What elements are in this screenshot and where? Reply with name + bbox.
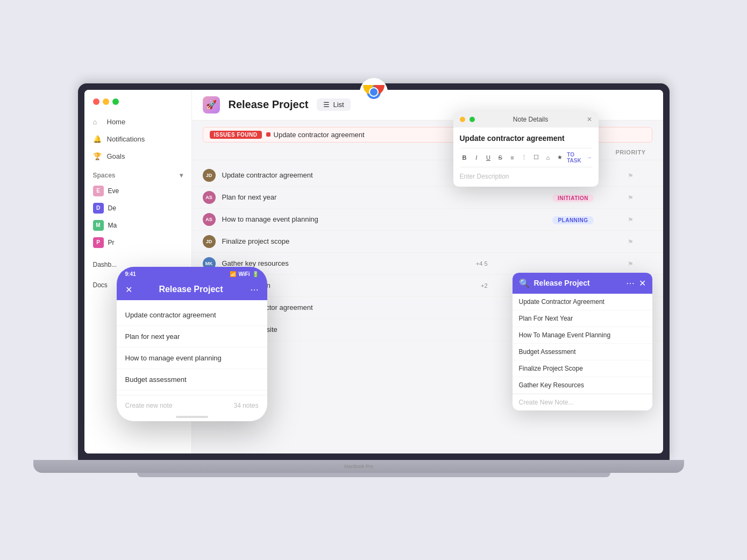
phone-status-icons: 📶 WiFi 🔋 bbox=[230, 271, 258, 277]
chrome-content: Update contractor agreement B I U S ≡ ⋮ … bbox=[453, 127, 599, 187]
avatar: AS bbox=[203, 213, 216, 226]
task-row[interactable]: MK Gather key resources +4 5 ⚑ bbox=[192, 253, 663, 275]
notes-create-input[interactable]: Create New Note... bbox=[519, 399, 574, 406]
sidebar-item-notifications[interactable]: 🔔 Notifications bbox=[84, 131, 191, 148]
issues-badge: ISSUES FOUND bbox=[210, 131, 262, 139]
task-priority: ⚑ bbox=[609, 237, 652, 246]
copy-icon[interactable]: 📋 bbox=[627, 315, 633, 321]
list-label: List bbox=[333, 101, 344, 109]
chrome-minimize[interactable] bbox=[460, 117, 465, 122]
home-icon: ⌂ bbox=[93, 118, 102, 126]
task-stage bbox=[544, 237, 603, 246]
issues-item-label: Update contractor agreement bbox=[274, 131, 365, 139]
note-panel-item[interactable]: How To Manage Event Planning bbox=[513, 327, 652, 344]
sidebar-item-goals[interactable]: 🏆 Goals bbox=[84, 148, 191, 165]
strikethrough-btn[interactable]: S bbox=[495, 152, 505, 164]
notes-more-btn[interactable]: ⋯ bbox=[626, 278, 635, 288]
traffic-lights bbox=[84, 98, 191, 114]
sidebar-nav: ⌂ Home 🔔 Notifications 🏆 Goals bbox=[84, 114, 191, 165]
task-name: Plan for next year bbox=[222, 193, 481, 201]
delete-icon[interactable]: 🗑 bbox=[635, 315, 641, 321]
phone-notes-count: 34 notes bbox=[233, 402, 258, 409]
phone-note-item[interactable]: How to manage event planning bbox=[117, 348, 267, 369]
space-de[interactable]: D De bbox=[84, 200, 191, 217]
space-ma[interactable]: M Ma bbox=[84, 217, 191, 234]
list-btn[interactable]: ≡ bbox=[507, 152, 517, 164]
underline-btn[interactable]: U bbox=[483, 152, 493, 164]
space-pr-label: Pr bbox=[108, 239, 115, 246]
sidebar-item-goals-label: Goals bbox=[107, 152, 125, 160]
task-row[interactable]: AS Plan for next year INITIATION ⚑ bbox=[192, 187, 663, 209]
note-item-label: Plan For Next Year bbox=[519, 315, 573, 322]
bold-btn[interactable]: B bbox=[460, 152, 469, 164]
wifi-icon: WiFi bbox=[238, 271, 250, 277]
space-pr[interactable]: P Pr bbox=[84, 234, 191, 251]
note-panel-item[interactable]: Budget Assessment bbox=[513, 344, 652, 360]
project-title: Release Project bbox=[229, 98, 309, 111]
notes-header-left: 🔍 Release Project bbox=[519, 278, 590, 288]
note-description[interactable]: Enter Description bbox=[460, 173, 592, 180]
note-panel-item[interactable]: Update Contractor Agreement bbox=[513, 294, 652, 310]
flag-icon: ⚑ bbox=[628, 172, 634, 180]
chrome-close[interactable]: ✕ bbox=[587, 116, 592, 123]
sidebar-item-home[interactable]: ⌂ Home bbox=[84, 114, 191, 131]
chrome-logo-wrap bbox=[360, 78, 388, 106]
task-priority: ⚑ bbox=[609, 193, 652, 202]
notes-title: Release Project bbox=[534, 279, 590, 287]
note-panel-item[interactable]: Plan For Next Year ✏️ 📋 🗑 + bbox=[513, 310, 652, 327]
note-title[interactable]: Update contractor agreement bbox=[460, 134, 592, 143]
task-stage bbox=[544, 259, 603, 268]
chrome-logo bbox=[360, 78, 388, 106]
view-tab-list[interactable]: ☰ List bbox=[317, 98, 350, 111]
note-item-label: Finalize Project Scope bbox=[519, 365, 583, 372]
to-task-button[interactable]: TO TASK → bbox=[567, 152, 592, 164]
space-de-label: De bbox=[108, 204, 116, 212]
task-name: Gather key resources bbox=[222, 259, 469, 267]
note-panel-item[interactable]: Gather Key Resources bbox=[513, 377, 652, 394]
phone-note-item[interactable]: Plan for next year bbox=[117, 326, 267, 348]
note-item-label: Budget Assessment bbox=[519, 348, 576, 356]
chrome-maximize[interactable] bbox=[469, 117, 475, 122]
space-ma-label: Ma bbox=[108, 222, 117, 229]
stage-badge: INITIATION bbox=[552, 194, 594, 202]
spaces-chevron[interactable]: ▾ bbox=[180, 172, 183, 179]
task-stage: PLANNING bbox=[544, 215, 603, 224]
phone-note-item[interactable]: Budget assessment bbox=[117, 369, 267, 391]
checkbox-btn[interactable]: ☐ bbox=[531, 152, 541, 164]
task-priority: ⚑ bbox=[609, 259, 652, 268]
trophy-icon: 🏆 bbox=[93, 152, 102, 161]
notes-panel: 🔍 Release Project ⋯ ✕ Update Contractor … bbox=[513, 273, 652, 410]
flag-icon: ⚑ bbox=[628, 216, 634, 224]
link-btn[interactable]: ⌂ bbox=[543, 152, 553, 164]
note-item-label: Update Contractor Agreement bbox=[519, 298, 604, 306]
space-eve[interactable]: E Eve bbox=[84, 182, 191, 200]
sidebar-item-home-label: Home bbox=[107, 118, 126, 126]
italic-btn[interactable]: I bbox=[472, 152, 481, 164]
stage-badge: PLANNING bbox=[552, 216, 593, 224]
phone-more-btn[interactable]: ⋯ bbox=[250, 285, 259, 295]
maximize-dot[interactable] bbox=[112, 98, 119, 105]
dashboards-label: Dashb... bbox=[93, 261, 117, 268]
phone-close-btn[interactable]: ✕ bbox=[125, 285, 132, 295]
ordered-list-btn[interactable]: ⋮ bbox=[519, 152, 529, 164]
phone-status-bar: 9:41 📶 WiFi 🔋 bbox=[117, 267, 267, 279]
note-item-label: Gather Key Resources bbox=[519, 381, 584, 389]
edit-icon[interactable]: ✏️ bbox=[618, 315, 624, 321]
list-icon: ☰ bbox=[323, 101, 330, 109]
note-panel-item[interactable]: Finalize Project Scope bbox=[513, 360, 652, 377]
task-row[interactable]: AS How to manage event planning PLANNING… bbox=[192, 209, 663, 231]
minimize-dot[interactable] bbox=[103, 98, 109, 105]
phone-footer: Create new note 34 notes bbox=[117, 395, 267, 416]
phone-create-note[interactable]: Create new note bbox=[125, 402, 173, 409]
space-pr-icon: P bbox=[93, 237, 104, 248]
task-row[interactable]: JD Finalize project scope ⚑ bbox=[192, 231, 663, 253]
star-btn[interactable]: ★ bbox=[555, 152, 565, 164]
phone-note-item[interactable]: Update contractor agreement bbox=[117, 304, 267, 326]
task-priority: ⚑ bbox=[609, 215, 652, 224]
close-dot[interactable] bbox=[93, 98, 99, 105]
phone-title: Release Project bbox=[159, 285, 223, 294]
space-eve-icon: E bbox=[93, 186, 104, 196]
add-icon[interactable]: + bbox=[643, 315, 646, 321]
notes-search-icon[interactable]: 🔍 bbox=[519, 278, 530, 288]
notes-close-btn[interactable]: ✕ bbox=[639, 278, 646, 288]
